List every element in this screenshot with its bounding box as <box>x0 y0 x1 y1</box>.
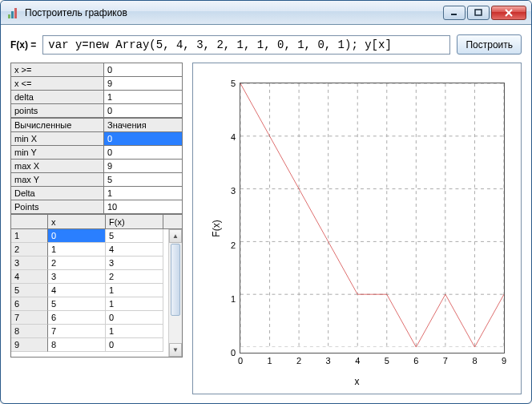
y-tick-label: 0 <box>231 348 236 358</box>
param-row: x >=0 <box>11 63 182 77</box>
computed-label: Delta <box>11 187 104 200</box>
dataset-header-x[interactable]: x <box>48 215 106 229</box>
formula-input[interactable] <box>42 35 450 55</box>
data-row[interactable]: 214 <box>11 243 182 257</box>
params-table: x >=0x <=9delta1points0 <box>10 63 183 118</box>
x-tick-label: 2 <box>296 356 301 366</box>
x-tick-label: 0 <box>238 356 243 366</box>
param-row: delta1 <box>11 91 182 104</box>
data-f[interactable]: 4 <box>106 243 163 257</box>
chart-panel: F(x) 0123450123456789 x <box>192 63 522 394</box>
scroll-thumb[interactable] <box>171 244 180 316</box>
computed-value[interactable]: 0 <box>104 146 182 160</box>
data-row[interactable]: 105 <box>11 229 182 243</box>
data-f[interactable]: 0 <box>106 338 163 352</box>
y-tick-label: 2 <box>231 240 236 250</box>
chart-svg <box>240 83 504 347</box>
build-button[interactable]: Построить <box>457 34 522 55</box>
data-f[interactable]: 3 <box>106 257 163 270</box>
data-f[interactable]: 1 <box>106 297 163 311</box>
x-tick-label: 7 <box>443 356 448 366</box>
data-idx: 9 <box>11 338 48 352</box>
chart-plot-area: 0123450123456789 <box>240 83 505 354</box>
svg-rect-4 <box>475 10 482 15</box>
data-idx: 5 <box>11 284 48 297</box>
x-tick-label: 9 <box>502 356 506 366</box>
data-f[interactable]: 0 <box>106 311 163 325</box>
data-f[interactable]: 1 <box>106 325 163 338</box>
data-idx: 3 <box>11 257 48 270</box>
computed-label: min Y <box>11 146 104 160</box>
app-icon <box>7 6 20 19</box>
data-x[interactable]: 0 <box>48 229 106 243</box>
data-x[interactable]: 8 <box>48 338 106 352</box>
computed-value[interactable]: 1 <box>104 187 182 200</box>
x-tick-label: 6 <box>413 356 418 366</box>
data-x[interactable]: 1 <box>48 243 106 257</box>
computed-row: min Y0 <box>11 146 182 160</box>
data-row[interactable]: 980 <box>11 338 182 352</box>
data-row[interactable]: 432 <box>11 270 182 284</box>
data-row[interactable]: 760 <box>11 311 182 325</box>
computed-value[interactable]: 0 <box>104 132 182 146</box>
param-value[interactable]: 9 <box>104 77 182 91</box>
svg-rect-0 <box>8 14 10 18</box>
scrollbar-vertical[interactable]: ▲ ▼ <box>168 229 182 357</box>
x-tick-label: 4 <box>355 356 360 366</box>
computed-row: Points10 <box>11 200 182 214</box>
minimize-button[interactable] <box>443 6 466 20</box>
close-button[interactable] <box>491 6 526 20</box>
dataset-header: x F(x) <box>11 215 182 229</box>
dataset-header-f[interactable]: F(x) <box>106 215 163 229</box>
titlebar[interactable]: Построитель графиков <box>1 1 531 25</box>
dataset-rows: 105214323432541651760871980 ▲ ▼ <box>10 229 183 358</box>
param-label: x <= <box>11 77 104 91</box>
computed-value[interactable]: 9 <box>104 160 182 173</box>
x-tick-label: 3 <box>326 356 331 366</box>
x-tick-label: 5 <box>385 356 389 366</box>
param-value[interactable]: 0 <box>104 104 182 118</box>
data-x[interactable]: 2 <box>48 257 106 270</box>
lower-area: x >=0x <=9delta1points0 ВычисленныеЗначе… <box>10 63 522 394</box>
computed-header-value: Значения <box>104 119 182 132</box>
dataset-table: x F(x) <box>10 214 183 229</box>
data-idx: 2 <box>11 243 48 257</box>
y-tick-label: 5 <box>231 79 236 88</box>
data-idx: 8 <box>11 325 48 338</box>
app-window: Построитель графиков F(x) = Построить x … <box>0 0 532 404</box>
chart-ylabel: F(x) <box>211 220 222 236</box>
data-row[interactable]: 651 <box>11 297 182 311</box>
param-value[interactable]: 0 <box>104 63 182 77</box>
data-idx: 7 <box>11 311 48 325</box>
param-value[interactable]: 1 <box>104 91 182 104</box>
maximize-button[interactable] <box>467 6 490 20</box>
window-buttons <box>443 6 526 20</box>
data-x[interactable]: 6 <box>48 311 106 325</box>
data-f[interactable]: 5 <box>106 229 163 243</box>
computed-value[interactable]: 10 <box>104 200 182 214</box>
computed-label: Points <box>11 200 104 214</box>
scroll-down-button[interactable]: ▼ <box>169 343 182 357</box>
data-row[interactable]: 541 <box>11 284 182 297</box>
data-f[interactable]: 1 <box>106 284 163 297</box>
dataset-header-spacer <box>163 215 182 229</box>
data-x[interactable]: 3 <box>48 270 106 284</box>
computed-row: max Y5 <box>11 173 182 187</box>
data-x[interactable]: 5 <box>48 297 106 311</box>
data-x[interactable]: 4 <box>48 284 106 297</box>
y-tick-label: 3 <box>231 186 236 196</box>
data-row[interactable]: 323 <box>11 257 182 270</box>
window-title: Построитель графиков <box>25 7 443 18</box>
scroll-up-button[interactable]: ▲ <box>169 229 182 243</box>
chart-xlabel: x <box>355 376 360 387</box>
svg-rect-1 <box>11 11 14 18</box>
computed-value[interactable]: 5 <box>104 173 182 187</box>
left-panel: x >=0x <=9delta1points0 ВычисленныеЗначе… <box>10 63 183 394</box>
data-row[interactable]: 871 <box>11 325 182 338</box>
data-f[interactable]: 2 <box>106 270 163 284</box>
data-idx: 6 <box>11 297 48 311</box>
param-label: x >= <box>11 63 104 77</box>
data-idx: 4 <box>11 270 48 284</box>
data-x[interactable]: 7 <box>48 325 106 338</box>
dataset-header-idx <box>11 215 48 229</box>
